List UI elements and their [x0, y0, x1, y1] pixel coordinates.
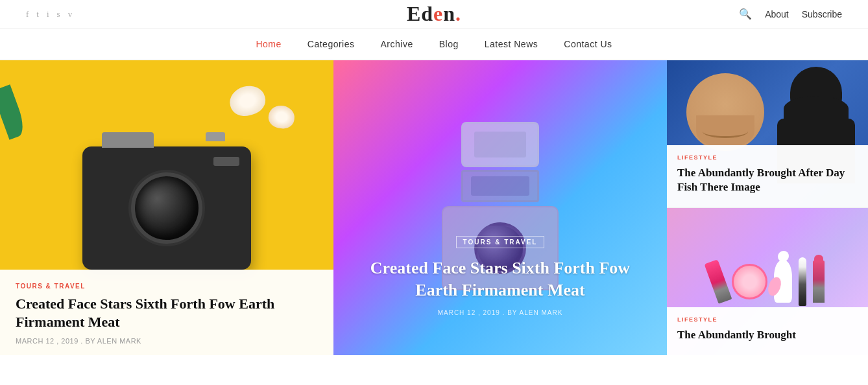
- nav-blog[interactable]: Blog: [439, 39, 459, 49]
- card-left[interactable]: TOURS & TRAVEL Created Face Stars Sixth …: [0, 60, 333, 355]
- logo-dot: .: [455, 2, 461, 25]
- card-right-bottom-title: The Abundantly Brought: [677, 328, 858, 342]
- search-icon[interactable]: 🔍: [739, 8, 752, 20]
- leaf-decoration: [0, 84, 28, 139]
- card-right-col: LIFESTYLE The Abundantly Brought After D…: [667, 60, 868, 355]
- card-center-meta: MARCH 12 , 2019 . BY ALEN MARK: [438, 309, 563, 316]
- nav-home[interactable]: Home: [256, 39, 281, 49]
- card-center-category: TOURS & TRAVEL: [456, 236, 545, 248]
- nav-bar: Home Categories Archive Blog Latest News…: [0, 29, 868, 60]
- card-right-bottom-overlay: LIFESTYLE The Abundantly Brought: [667, 307, 868, 355]
- card-right-top[interactable]: LIFESTYLE The Abundantly Brought After D…: [667, 60, 868, 208]
- camera-decoration: [82, 146, 251, 270]
- instagram-icon[interactable]: i: [47, 9, 49, 19]
- top-bar: f t i s v Eden. 🔍 About Subscribe: [0, 0, 868, 29]
- nav-categories[interactable]: Categories: [307, 39, 355, 49]
- card-center-overlay: TOURS & TRAVEL Created Face Stars Sixth …: [333, 60, 667, 355]
- shells-decoration: [230, 86, 295, 138]
- card-right-bottom[interactable]: LIFESTYLE The Abundantly Brought: [667, 208, 868, 355]
- nav-archive[interactable]: Archive: [381, 39, 413, 49]
- card-left-title: Created Face Stars Sixth Forth Fow Earth…: [16, 295, 318, 332]
- nav-latest-news[interactable]: Latest News: [485, 39, 538, 49]
- card-right-top-category: LIFESTYLE: [677, 154, 858, 161]
- subscribe-link[interactable]: Subscribe: [802, 9, 842, 19]
- card-left-category: TOURS & TRAVEL: [16, 283, 318, 290]
- card-right-bottom-category: LIFESTYLE: [677, 316, 858, 323]
- skype-icon[interactable]: s: [57, 9, 60, 19]
- twitter-icon[interactable]: t: [36, 9, 39, 19]
- card-center-title: Created Face Stars Sixth Forth Fow Earth…: [353, 257, 647, 301]
- makeup-decoration: [711, 257, 825, 306]
- vimeo-icon[interactable]: v: [68, 9, 73, 19]
- logo-text: Ed: [407, 2, 433, 25]
- header-right: 🔍 About Subscribe: [739, 8, 842, 20]
- nav-contact[interactable]: Contact Us: [564, 39, 612, 49]
- card-center[interactable]: TOURS & TRAVEL Created Face Stars Sixth …: [333, 60, 667, 355]
- site-logo[interactable]: Eden.: [407, 2, 461, 26]
- main-grid: TOURS & TRAVEL Created Face Stars Sixth …: [0, 60, 868, 355]
- logo-n: n: [443, 2, 455, 25]
- card-left-overlay: TOURS & TRAVEL Created Face Stars Sixth …: [0, 270, 333, 355]
- social-icons: f t i s v: [26, 9, 72, 19]
- card-right-top-title: The Abundantly Brought After Day Fish Th…: [677, 166, 858, 194]
- logo-e: e: [433, 2, 443, 25]
- card-right-top-overlay: LIFESTYLE The Abundantly Brought After D…: [667, 145, 868, 207]
- card-left-meta: MARCH 12 , 2019 . BY ALEN MARK: [16, 337, 318, 345]
- facebook-icon[interactable]: f: [26, 9, 29, 19]
- about-link[interactable]: About: [765, 9, 789, 19]
